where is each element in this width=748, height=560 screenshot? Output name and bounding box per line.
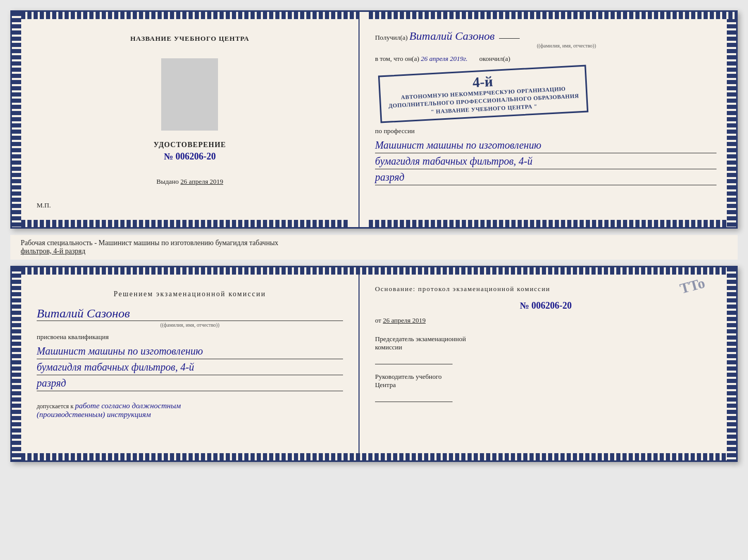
stripe-left [12,12,21,227]
dopuskaetsya-label: допускается к [37,403,73,410]
prisvoena-text: присвоена квалификация [37,333,343,341]
middle-text: Рабочая специальность - Машинист машины … [21,239,278,247]
recipient-name: Виталий Сазонов [409,29,494,42]
rukovoditel-text: Руководитель учебного Центра [375,373,716,389]
po-professii: по профессии [375,127,716,135]
udostoverenie-title: УДОСТОВЕРЕНИЕ [153,141,226,149]
vydano-date: 26 апреля 2019 [180,178,223,185]
center-title: НАЗВАНИЕ УЧЕБНОГО ЦЕНТРА [130,35,250,43]
ot-date: от 26 апреля 2019 [375,316,716,325]
bottom-left-inner: Решением экзаменационной комиссии Витали… [37,283,343,426]
stripe-bottom-right [369,220,727,227]
middle-underline-text: фильтров, 4-й разряд [21,247,85,255]
bottom-qualification-line2: бумагидля табачных фильтров, 4-й [37,359,343,375]
rukovoditel-sig-line [375,392,453,402]
dopuskaetsya-cursive2: (производственным) инструкциям [37,410,151,419]
fio-subtitle: ((фамилия, имя, отчество)) [416,43,716,49]
top-booklet-left: НАЗВАНИЕ УЧЕБНОГО ЦЕНТРА УДОСТОВЕРЕНИЕ №… [12,12,360,227]
ot-date-value: 26 апреля 2019 [383,316,426,324]
resheniem-title: Решением экзаменационной комиссии [37,290,343,298]
bottom-qualification-line1: Машинист машины по изготовлению [37,343,343,359]
vydano-line: Выдано 26 апреля 2019 [157,178,223,186]
dopuskaetsya-cursive: работе согласно должностным [75,402,181,410]
poluchil-label: Получил(а) [375,34,408,41]
mp-line: М.П. [37,201,51,210]
stripe-top [21,12,359,19]
ot-label: от [375,316,381,324]
predsedatel-sig-line [375,354,453,364]
top-booklet-right: Получил(а) Виталий Сазонов ((фамилия, им… [360,12,736,227]
predsedatel-text: Председатель экзаменационной комиссии [375,335,716,351]
bottom-booklet-left: Решением экзаменационной комиссии Витали… [12,267,360,460]
page-wrapper: НАЗВАНИЕ УЧЕБНОГО ЦЕНТРА УДОСТОВЕРЕНИЕ №… [10,10,738,462]
poluchil-line: Получил(а) Виталий Сазонов ((фамилия, им… [375,29,716,49]
stripe-right-top [727,12,736,227]
stamp-box: 4-й АВТОНОМНУЮ НЕКОММЕРЧЕСКУЮ ОРГАНИЗАЦИ… [378,65,589,123]
bottom-right-inner: Основание: протокол экзаменационной коми… [375,278,716,418]
vtom-label: в том, что он(а) [375,55,419,62]
bottom-booklet-right: Основание: протокол экзаменационной коми… [360,267,736,460]
profession-line2: бумагидля табачных фильтров, 4-й [375,153,716,169]
stripe-bottom [21,220,349,227]
stamp-area: 4-й АВТОНОМНУЮ НЕКОММЕРЧЕСКУЮ ОРГАНИЗАЦИ… [375,66,716,122]
dopuskaetsya-text: допускается к работе согласно должностны… [37,402,343,419]
date-value: 26 апреля 2019г. [421,55,467,62]
protocol-number: № 006206-20 [375,300,716,311]
name-dash [499,38,520,39]
bottom-name-cursive: Виталий Сазонов [37,307,343,321]
bottom-booklet: TTo Решением экзаменационной комиссии Ви… [10,266,738,462]
top-booklet: НАЗВАНИЕ УЧЕБНОГО ЦЕНТРА УДОСТОВЕРЕНИЕ №… [10,10,738,229]
vtom-line: в том, что он(а) 26 апреля 2019г. окончи… [375,55,716,63]
stripe-top-right [369,12,736,19]
right-inner: Получил(а) Виталий Сазонов ((фамилия, им… [375,22,716,193]
vydano-label: Выдано [157,178,179,185]
middle-strip: Рабочая специальность - Машинист машины … [10,235,738,260]
left-inner: НАЗВАНИЕ УЧЕБНОГО ЦЕНТРА УДОСТОВЕРЕНИЕ №… [37,27,343,217]
okonchil-label: окончил(а) [479,55,510,62]
photo-placeholder [161,58,218,131]
osnovanie-text: Основание: протокол экзаменационной коми… [375,285,716,293]
profession-line1: Машинист машины по изготовлению [375,137,716,153]
bottom-qualification-line3: разряд [37,375,343,391]
profession-line3: разряд [375,169,716,185]
udostoverenie-number: № 006206-20 [164,151,216,162]
bottom-fio-subtitle: ((фамилия, имя, отчество)) [37,322,343,328]
